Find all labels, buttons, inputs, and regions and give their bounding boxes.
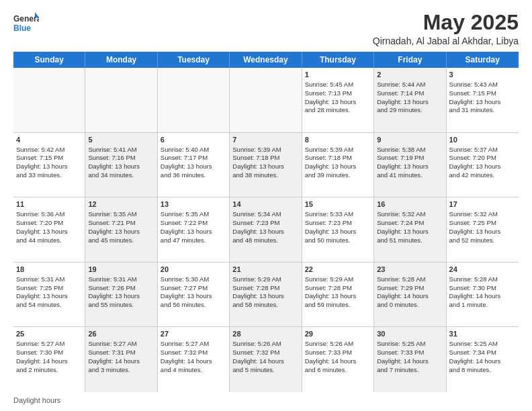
day-info-line: Sunset: 7:15 PM [449, 89, 516, 98]
day-info-line: Sunset: 7:27 PM [161, 284, 226, 293]
day-number: 6 [161, 135, 226, 145]
day-info-line: Sunrise: 5:28 AM [449, 275, 516, 284]
day-info-line: Daylight: 13 hours [377, 163, 443, 171]
title-block: May 2025 Qirnadah, Al Jabal al Akhdar, L… [373, 11, 519, 46]
day-info-line: Sunrise: 5:25 AM [377, 340, 443, 349]
calendar-cell: 7Sunrise: 5:39 AMSunset: 7:18 PMDaylight… [230, 133, 302, 197]
day-number: 8 [305, 135, 371, 145]
calendar-row: 1Sunrise: 5:45 AMSunset: 7:13 PMDaylight… [13, 68, 519, 133]
day-number: 10 [449, 135, 516, 145]
calendar-cell: 8Sunrise: 5:39 AMSunset: 7:18 PMDaylight… [302, 133, 374, 197]
day-info-line: Sunrise: 5:27 AM [161, 340, 226, 349]
day-info-line: Daylight: 13 hours [88, 292, 154, 301]
day-info-line: Sunset: 7:16 PM [88, 154, 154, 163]
calendar-cell: 25Sunrise: 5:27 AMSunset: 7:30 PMDayligh… [13, 327, 85, 392]
day-info-line: Daylight: 14 hours [88, 357, 154, 366]
day-info-line: and 48 minutes. [232, 236, 298, 245]
day-info-line: and 44 minutes. [16, 236, 82, 245]
day-info-line: Sunset: 7:30 PM [449, 284, 516, 293]
day-info-line: Sunset: 7:30 PM [16, 349, 82, 357]
day-info-line: and 36 minutes. [161, 171, 226, 180]
calendar-cell: 9Sunrise: 5:38 AMSunset: 7:19 PMDaylight… [374, 133, 446, 197]
day-number: 9 [377, 135, 443, 145]
calendar-cell: 4Sunrise: 5:42 AMSunset: 7:15 PMDaylight… [13, 133, 85, 197]
calendar-cell: 24Sunrise: 5:28 AMSunset: 7:30 PMDayligh… [447, 263, 519, 327]
day-number: 25 [16, 329, 82, 339]
calendar-cell [158, 68, 230, 132]
day-info-line: Sunrise: 5:34 AM [232, 210, 298, 219]
calendar-body: 1Sunrise: 5:45 AMSunset: 7:13 PMDaylight… [13, 68, 519, 392]
cal-header-day: Thursday [302, 52, 374, 68]
calendar-cell: 12Sunrise: 5:35 AMSunset: 7:21 PMDayligh… [85, 197, 157, 262]
day-number: 24 [449, 265, 516, 275]
calendar-cell: 23Sunrise: 5:28 AMSunset: 7:29 PMDayligh… [374, 263, 446, 327]
svg-text:Blue: Blue [13, 24, 31, 33]
calendar-cell: 14Sunrise: 5:34 AMSunset: 7:23 PMDayligh… [230, 197, 302, 262]
cal-header-day: Monday [85, 52, 157, 68]
day-info-line: Daylight: 14 hours [161, 357, 226, 366]
day-info-line: Sunset: 7:20 PM [449, 154, 516, 163]
footer: Daylight hours [13, 396, 519, 404]
calendar-row: 25Sunrise: 5:27 AMSunset: 7:30 PMDayligh… [13, 327, 519, 392]
day-info-line: and 1 minute. [449, 301, 516, 310]
day-info-line: Sunset: 7:29 PM [377, 284, 443, 293]
day-number: 22 [305, 265, 371, 275]
day-info-line: Daylight: 13 hours [449, 98, 516, 107]
day-info-line: Daylight: 13 hours [232, 292, 298, 301]
day-info-line: Daylight: 13 hours [305, 228, 371, 236]
day-info-line: Sunset: 7:25 PM [449, 219, 516, 228]
main-title: May 2025 [373, 11, 519, 34]
day-info-line: Daylight: 13 hours [305, 292, 371, 301]
subtitle: Qirnadah, Al Jabal al Akhdar, Libya [373, 36, 519, 46]
day-info-line: Sunrise: 5:27 AM [88, 340, 154, 349]
day-number: 12 [88, 199, 154, 210]
calendar-header: SundayMondayTuesdayWednesdayThursdayFrid… [13, 52, 519, 68]
day-info-line: and 4 minutes. [161, 366, 226, 375]
day-info-line: Sunset: 7:18 PM [305, 154, 371, 163]
cal-header-day: Wednesday [230, 52, 302, 68]
calendar-cell: 2Sunrise: 5:44 AMSunset: 7:14 PMDaylight… [374, 68, 446, 132]
day-info-line: and 51 minutes. [377, 236, 443, 245]
day-info-line: Daylight: 13 hours [449, 163, 516, 171]
calendar-cell: 21Sunrise: 5:29 AMSunset: 7:28 PMDayligh… [230, 263, 302, 327]
day-info-line: and 52 minutes. [449, 236, 516, 245]
cal-header-day: Tuesday [158, 52, 230, 68]
day-number: 13 [161, 199, 226, 210]
day-info-line: Sunset: 7:33 PM [305, 349, 371, 357]
day-info-line: Daylight: 14 hours [377, 357, 443, 366]
day-info-line: Sunrise: 5:44 AM [377, 81, 443, 89]
calendar-cell: 27Sunrise: 5:27 AMSunset: 7:32 PMDayligh… [158, 327, 230, 392]
day-number: 29 [305, 329, 371, 339]
day-info-line: Sunrise: 5:35 AM [161, 210, 226, 219]
calendar-cell: 16Sunrise: 5:32 AMSunset: 7:24 PMDayligh… [374, 197, 446, 262]
day-number: 11 [16, 199, 82, 210]
day-number: 23 [377, 265, 443, 275]
day-info-line: Sunrise: 5:43 AM [449, 81, 516, 89]
day-info-line: and 34 minutes. [88, 171, 154, 180]
day-number: 26 [88, 329, 154, 339]
day-info-line: Daylight: 13 hours [305, 163, 371, 171]
calendar-cell: 13Sunrise: 5:35 AMSunset: 7:22 PMDayligh… [158, 197, 230, 262]
day-number: 31 [449, 329, 516, 339]
calendar-cell [85, 68, 157, 132]
day-info-line: Daylight: 14 hours [377, 292, 443, 301]
day-info-line: Daylight: 13 hours [232, 228, 298, 236]
day-info-line: Sunrise: 5:35 AM [88, 210, 154, 219]
day-info-line: Sunset: 7:31 PM [88, 349, 154, 357]
day-info-line: Sunset: 7:33 PM [377, 349, 443, 357]
day-info-line: Sunset: 7:17 PM [161, 154, 226, 163]
page: General Blue May 2025 Qirnadah, Al Jabal… [0, 0, 532, 411]
calendar-cell: 3Sunrise: 5:43 AMSunset: 7:15 PMDaylight… [447, 68, 519, 132]
day-info-line: Sunrise: 5:41 AM [88, 146, 154, 154]
calendar-cell: 19Sunrise: 5:31 AMSunset: 7:26 PMDayligh… [85, 263, 157, 327]
day-info-line: Sunrise: 5:36 AM [16, 210, 82, 219]
day-info-line: Daylight: 13 hours [161, 228, 226, 236]
day-info-line: Sunset: 7:20 PM [16, 219, 82, 228]
day-number: 2 [377, 70, 443, 80]
calendar-cell: 15Sunrise: 5:33 AMSunset: 7:23 PMDayligh… [302, 197, 374, 262]
day-info-line: Sunset: 7:26 PM [88, 284, 154, 293]
day-info-line: Daylight: 14 hours [449, 357, 516, 366]
day-info-line: Daylight: 14 hours [449, 292, 516, 301]
day-info-line: Sunset: 7:19 PM [377, 154, 443, 163]
day-info-line: and 45 minutes. [88, 236, 154, 245]
